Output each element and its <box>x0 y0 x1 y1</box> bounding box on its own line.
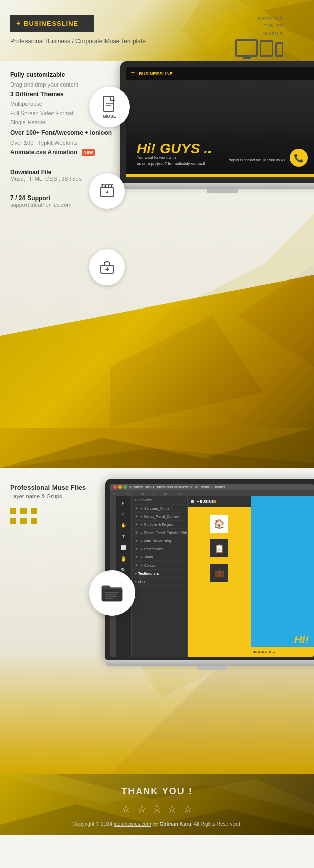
logo-bar: + BUSINESSLINE <box>10 15 94 32</box>
second-section: Professional Muse Files Layer name & Gru… <box>0 468 314 774</box>
download-title: Download File <box>10 169 112 176</box>
feature-typkit: Over 100+ Typkit Webfonts <box>10 139 112 146</box>
canvas-yellow-panel: ≡ + BUSINES 🏠 📋 💼 <box>188 496 251 657</box>
layer-item-demo-video[interactable]: 👁▸ Demo_Panel_Tutarial_Video <box>132 529 187 537</box>
document-icon <box>102 95 117 113</box>
second-features-list: Professional Muse Files Layer name & Gru… <box>10 484 112 524</box>
new-badge: NEW <box>82 149 95 156</box>
layer-item-testimonals[interactable]: ▸ Testimonals <box>132 570 187 578</box>
tool-frame[interactable]: ⬜ <box>119 543 128 552</box>
dot <box>20 518 27 524</box>
stars-row: ☆ ☆ ☆ ☆ ☆ <box>10 803 304 815</box>
briefcase-icon <box>99 259 115 274</box>
svg-marker-12 <box>106 190 109 193</box>
svg-marker-6 <box>110 316 263 428</box>
canvas-brief-icon: 💼 <box>210 564 228 582</box>
dot <box>31 508 37 514</box>
canvas-home-icon: 🏠 <box>210 515 228 533</box>
clapperboard-icon <box>99 182 115 199</box>
laptop-mockup-2: BusinessLine - Professional Business Mus… <box>105 479 314 670</box>
monitor-icon <box>236 39 258 57</box>
star-4[interactable]: ☆ <box>168 803 177 815</box>
muse-titlebar: BusinessLine - Professional Business Mus… <box>110 484 314 490</box>
layer-item-references[interactable]: 👁▸ References <box>132 545 187 553</box>
laptop-stand <box>207 189 238 193</box>
feature-animate: Animate.css Animation NEW <box>10 149 112 156</box>
device-labels: DESKTOP TABLET MOBILE <box>236 15 283 37</box>
dot <box>10 508 16 514</box>
maximize-dot <box>123 485 127 489</box>
muse-file-circle-icon: MUSE <box>89 87 130 127</box>
device-icons-group: DESKTOP TABLET MOBILE <box>236 15 283 57</box>
feature-fontawesome: Over 100+ FontAwesome + ionicon <box>10 129 112 136</box>
minimize-dot <box>118 485 122 489</box>
feature-customizable: Fully customizable <box>10 71 112 78</box>
svg-marker-5 <box>238 265 314 367</box>
muse-layers-panel: ▸ Services 👁▸ Services_Content 👁▸ Demo_P… <box>132 496 188 657</box>
layer-item-news[interactable]: 👁▸ Mini_News_Blog <box>132 537 187 545</box>
logo-plus-icon: + <box>16 19 20 27</box>
screen-sub-text: You want to work with us on a project ? … <box>137 155 205 167</box>
device-shapes <box>236 39 283 57</box>
yellow-geo-bg <box>0 275 314 428</box>
folder-circle-icon <box>89 570 135 616</box>
author-name: Gökhan Kara <box>160 821 191 827</box>
divider-2 <box>10 188 97 188</box>
layer-item-services[interactable]: ▸ Services <box>132 496 187 505</box>
logo-text: BUSINESSLINE <box>23 20 78 27</box>
tool-hand2[interactable]: 🖐 <box>119 554 128 564</box>
laptop-base <box>120 183 314 189</box>
layer-item-services-content[interactable]: 👁▸ Services_Content <box>132 505 187 513</box>
layer-item-contact[interactable]: 👁▸ Contact <box>132 562 187 570</box>
thank-you-text: THANK YOU ! <box>10 786 304 797</box>
briefcase-circle-icon <box>89 249 125 285</box>
contact-number: Project in contact me +87 568 95 48 <box>228 158 285 162</box>
footer-copyright: Copyright © 2014 ideathemes.com by Gökha… <box>10 821 304 827</box>
star-3[interactable]: ☆ <box>152 803 162 815</box>
laptop2-stand <box>197 666 227 670</box>
tablet-icon <box>260 40 273 57</box>
tool-select[interactable]: ◻ <box>119 510 128 519</box>
dot-grid-1 <box>10 508 112 514</box>
dot <box>31 518 37 524</box>
muse-design-canvas: ⚓ Home ≡ + BUSINES <box>188 496 314 657</box>
ideathemes-link[interactable]: ideathemes.com <box>114 821 151 827</box>
layer-item-team[interactable]: 👁▸ Team <box>132 553 187 562</box>
dot <box>10 518 16 524</box>
laptop-mockup-1: ≡ BUSINESSLINE Hi! GUYS .. You want to w… <box>120 61 314 193</box>
dot <box>20 508 27 514</box>
divider-1 <box>10 162 97 162</box>
phone-icon <box>275 42 283 57</box>
tool-hand[interactable]: ✋ <box>119 521 128 530</box>
star-2[interactable]: ☆ <box>137 803 146 815</box>
gold-geo <box>0 428 314 468</box>
feature-drag-drop: Drag and drop your content <box>10 81 112 88</box>
tool-pointer[interactable]: ▸ <box>119 498 128 508</box>
layer-item-demo-panel[interactable]: 👁▸ Demo_Panel_Content <box>132 513 187 521</box>
header-section: + BUSINESSLINE Professional Business / C… <box>0 0 314 61</box>
main-section: Fully customizable Drag and drop your co… <box>0 61 314 428</box>
close-dot <box>113 485 117 489</box>
svg-marker-4 <box>110 214 314 428</box>
award-circle-icon <box>89 173 125 209</box>
layer-item-slider[interactable]: ▸ slider <box>132 578 187 586</box>
screen-topbar: ≡ BUSINESSLINE <box>126 67 314 80</box>
svg-rect-7 <box>103 96 114 111</box>
star-1[interactable]: ☆ <box>122 803 131 815</box>
svg-rect-25 <box>102 588 122 601</box>
layer-item-portfolio[interactable]: 👁▸ Portfolio & Project <box>132 521 187 529</box>
gold-transition-section <box>0 428 314 468</box>
footer-section: THANK YOU ! ☆ ☆ ☆ ☆ ☆ Copyright © 2014 i… <box>0 774 314 835</box>
star-5[interactable]: ☆ <box>183 803 192 815</box>
second-feature-title: Professional Muse Files <box>10 484 112 491</box>
second-feature-sub: Layer name & Grups <box>10 493 112 499</box>
phone-badge-icon: 📞 <box>290 149 308 167</box>
folder-icon <box>101 584 123 602</box>
dot-grid-2 <box>10 518 112 524</box>
ruler-horizontal: 150100|500|50100 <box>110 490 314 496</box>
laptop2-base <box>105 660 314 666</box>
canvas-blue-panel: Hi! HI! WORD TH... <box>251 496 314 657</box>
canvas-book-icon: 📋 <box>210 539 228 557</box>
tool-text[interactable]: T <box>119 532 128 541</box>
canvas-hi-text: Hi! <box>294 633 309 647</box>
